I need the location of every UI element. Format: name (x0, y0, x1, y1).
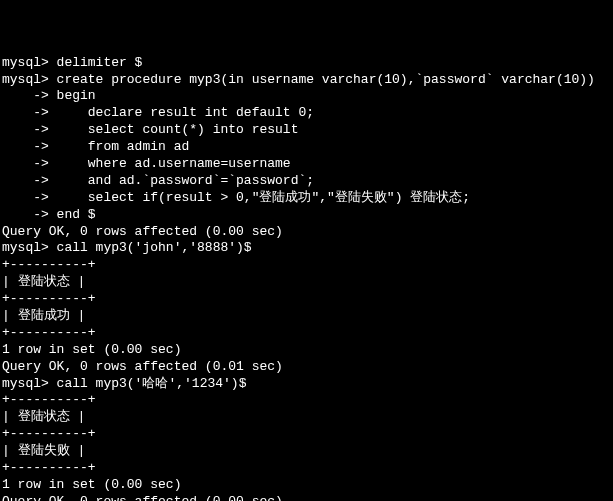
terminal-line: -> end $ (2, 207, 611, 224)
terminal-line: | 登陆失败 | (2, 443, 611, 460)
terminal-line: +----------+ (2, 426, 611, 443)
terminal-line: 1 row in set (0.00 sec) (2, 477, 611, 494)
terminal-line: -> begin (2, 88, 611, 105)
terminal-line: Query OK, 0 rows affected (0.00 sec) (2, 224, 611, 241)
terminal-line: -> and ad.`password`=`password`; (2, 173, 611, 190)
terminal-line: mysql> create procedure myp3(in username… (2, 72, 611, 89)
terminal-line: +----------+ (2, 257, 611, 274)
terminal-line: | 登陆成功 | (2, 308, 611, 325)
terminal-line: 1 row in set (0.00 sec) (2, 342, 611, 359)
terminal-line: +----------+ (2, 291, 611, 308)
terminal-line: +----------+ (2, 325, 611, 342)
terminal-line: -> select if(result > 0,"登陆成功","登陆失败") 登… (2, 190, 611, 207)
terminal-line: -> select count(*) into result (2, 122, 611, 139)
terminal-line: | 登陆状态 | (2, 274, 611, 291)
terminal-line: mysql> call myp3('哈哈','1234')$ (2, 376, 611, 393)
terminal-line: +----------+ (2, 460, 611, 477)
mysql-terminal[interactable]: mysql> delimiter $mysql> create procedur… (2, 55, 611, 501)
terminal-line: -> declare result int default 0; (2, 105, 611, 122)
terminal-line: -> where ad.username=username (2, 156, 611, 173)
terminal-line: Query OK, 0 rows affected (0.01 sec) (2, 359, 611, 376)
terminal-line: mysql> delimiter $ (2, 55, 611, 72)
terminal-line: +----------+ (2, 392, 611, 409)
terminal-line: Query OK, 0 rows affected (0.00 sec) (2, 494, 611, 501)
terminal-line: -> from admin ad (2, 139, 611, 156)
terminal-line: mysql> call myp3('john','8888')$ (2, 240, 611, 257)
terminal-line: | 登陆状态 | (2, 409, 611, 426)
